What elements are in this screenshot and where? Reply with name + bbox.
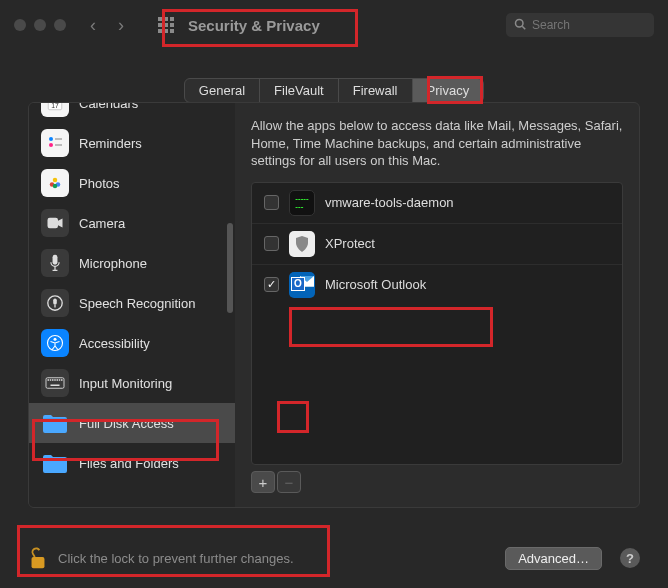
app-list: -------- vmware-tools-daemon XProtect O <box>251 182 623 465</box>
add-app-button[interactable]: + <box>251 471 275 493</box>
sidebar-item-calendars[interactable]: 17 Calendars <box>29 103 235 123</box>
app-name: Microsoft Outlook <box>325 277 426 292</box>
keyboard-icon <box>41 369 69 397</box>
sidebar-item-reminders[interactable]: Reminders <box>29 123 235 163</box>
search-field[interactable] <box>506 13 654 37</box>
svg-point-21 <box>54 338 57 341</box>
speech-icon <box>41 289 69 317</box>
svg-line-1 <box>522 26 525 29</box>
folder-icon <box>41 409 69 437</box>
minimize-window-dot[interactable] <box>34 19 46 31</box>
remove-app-button[interactable]: − <box>277 471 301 493</box>
window-title: Security & Privacy <box>188 17 320 34</box>
privacy-category-sidebar[interactable]: 17 Calendars Reminders Photos <box>29 103 235 507</box>
svg-point-5 <box>49 137 53 141</box>
svg-rect-29 <box>61 379 63 381</box>
sidebar-item-label: Camera <box>79 216 125 231</box>
app-row-xprotect[interactable]: XProtect <box>252 223 622 264</box>
tab-firewall[interactable]: Firewall <box>339 79 413 102</box>
folder-icon <box>41 449 69 477</box>
svg-rect-8 <box>55 144 62 146</box>
sidebar-item-label: Photos <box>79 176 119 191</box>
sidebar-item-label: Reminders <box>79 136 142 151</box>
svg-rect-31 <box>32 557 45 568</box>
calendar-icon: 17 <box>41 103 69 117</box>
sidebar-scrollbar[interactable] <box>227 223 233 313</box>
settings-tabs: General FileVault Firewall Privacy <box>184 78 484 103</box>
sidebar-item-photos[interactable]: Photos <box>29 163 235 203</box>
svg-point-12 <box>53 184 58 189</box>
sidebar-item-files-and-folders[interactable]: Files and Folders <box>29 443 235 483</box>
sidebar-item-microphone[interactable]: Microphone <box>29 243 235 283</box>
svg-point-0 <box>516 19 524 27</box>
svg-rect-30 <box>51 385 60 387</box>
lock-hint-text: Click the lock to prevent further change… <box>58 551 294 566</box>
help-button[interactable]: ? <box>620 548 640 568</box>
app-name: XProtect <box>325 236 375 251</box>
tab-filevault[interactable]: FileVault <box>260 79 339 102</box>
svg-point-7 <box>49 143 53 147</box>
sidebar-item-label: Accessibility <box>79 336 150 351</box>
nav-back-icon[interactable]: ‹ <box>90 15 96 36</box>
sidebar-item-label: Calendars <box>79 103 138 111</box>
sidebar-item-accessibility[interactable]: Accessibility <box>29 323 235 363</box>
tab-privacy[interactable]: Privacy <box>413 79 484 102</box>
app-row-outlook[interactable]: O Microsoft Outlook <box>252 264 622 305</box>
sidebar-item-input-monitoring[interactable]: Input Monitoring <box>29 363 235 403</box>
search-icon <box>514 18 526 33</box>
show-all-icon[interactable] <box>158 17 174 33</box>
app-name: vmware-tools-daemon <box>325 195 454 210</box>
terminal-icon: -------- <box>289 190 315 216</box>
permission-description: Allow the apps below to access data like… <box>251 117 623 170</box>
accessibility-icon <box>41 329 69 357</box>
shield-icon <box>289 231 315 257</box>
app-row-vmware[interactable]: -------- vmware-tools-daemon <box>252 183 622 223</box>
search-input[interactable] <box>532 18 646 32</box>
svg-rect-14 <box>53 255 58 265</box>
app-checkbox[interactable] <box>264 236 279 251</box>
advanced-button[interactable]: Advanced… <box>505 547 602 570</box>
app-checkbox[interactable] <box>264 195 279 210</box>
camera-icon <box>41 209 69 237</box>
sidebar-item-label: Full Disk Access <box>79 416 174 431</box>
svg-rect-18 <box>53 299 57 305</box>
svg-rect-23 <box>48 379 50 381</box>
tab-general[interactable]: General <box>185 79 260 102</box>
sidebar-item-camera[interactable]: Camera <box>29 203 235 243</box>
reminders-icon <box>41 129 69 157</box>
sidebar-item-speech[interactable]: Speech Recognition <box>29 283 235 323</box>
svg-rect-24 <box>50 379 52 381</box>
app-checkbox[interactable] <box>264 277 279 292</box>
svg-point-9 <box>53 178 58 183</box>
sidebar-item-label: Microphone <box>79 256 147 271</box>
sidebar-item-full-disk-access[interactable]: Full Disk Access <box>29 403 235 443</box>
svg-rect-27 <box>57 379 59 381</box>
sidebar-item-label: Speech Recognition <box>79 296 195 311</box>
svg-rect-26 <box>54 379 56 381</box>
svg-rect-25 <box>52 379 54 381</box>
sidebar-item-label: Input Monitoring <box>79 376 172 391</box>
svg-text:17: 17 <box>51 103 59 109</box>
zoom-window-dot[interactable] <box>54 19 66 31</box>
svg-rect-6 <box>55 138 62 140</box>
lock-icon[interactable] <box>28 546 48 570</box>
photos-icon <box>41 169 69 197</box>
outlook-icon: O <box>289 272 315 298</box>
svg-rect-28 <box>59 379 61 381</box>
close-window-dot[interactable] <box>14 19 26 31</box>
window-controls[interactable] <box>14 19 66 31</box>
microphone-icon <box>41 249 69 277</box>
sidebar-item-label: Files and Folders <box>79 456 179 471</box>
svg-rect-13 <box>48 218 59 229</box>
nav-forward-icon[interactable]: › <box>118 15 124 36</box>
